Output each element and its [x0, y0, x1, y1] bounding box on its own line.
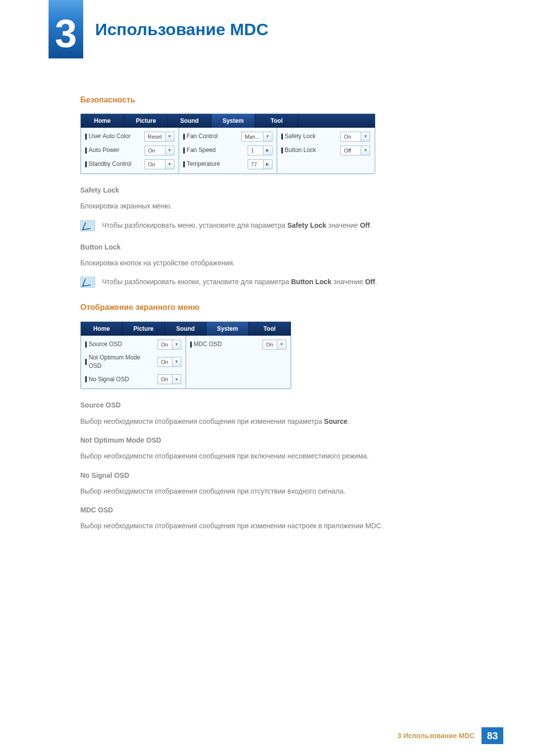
tabbar-osd: Home Picture Sound System Tool: [81, 322, 291, 336]
tab-home[interactable]: Home: [81, 322, 123, 336]
row-not-optimum-osd: Not Optimum Mode OSD On▼: [85, 353, 181, 371]
tab-home[interactable]: Home: [81, 114, 124, 128]
field-marker-icon: [190, 342, 192, 348]
heading-button-lock: Button Lock: [80, 242, 467, 252]
chevron-down-icon[interactable]: ▼: [172, 357, 181, 367]
tab-picture[interactable]: Picture: [123, 322, 165, 336]
note-button-lock-text: Чтобы разблокировать кнопки, установите …: [102, 277, 377, 287]
chevron-down-icon[interactable]: ▼: [165, 159, 174, 169]
heading-no-signal-osd: No Signal OSD: [80, 470, 467, 480]
chevron-down-icon[interactable]: ▼: [172, 374, 181, 384]
chevron-down-icon[interactable]: ▼: [361, 132, 370, 142]
row-temperature: Temperature 77▶: [183, 159, 272, 169]
label-no-signal-osd: No Signal OSD: [89, 375, 129, 384]
tab-system[interactable]: System: [207, 322, 249, 336]
security-col-2: Fan Control Man...▼ Fan Speed 1▶ Tempera…: [179, 128, 277, 174]
chevron-down-icon[interactable]: ▼: [165, 146, 174, 155]
page-footer: 3 Использование MDC 83: [397, 727, 503, 744]
row-user-auto-color: User Auto Color Reset▼: [85, 132, 174, 142]
chapter-badge: 3: [49, 0, 83, 58]
row-safety-lock: Safety Lock On▼: [281, 132, 371, 142]
field-marker-icon: [85, 161, 87, 167]
field-marker-icon: [85, 134, 87, 140]
note-button-lock: Чтобы разблокировать кнопки, установите …: [80, 277, 467, 288]
label-safety-lock: Safety Lock: [285, 132, 316, 141]
row-mdc-osd: MDC OSD On▼: [190, 340, 286, 350]
text-no-signal-osd: Выбор необходимости отображения сообщени…: [80, 486, 467, 496]
chevron-right-icon[interactable]: ▶: [264, 159, 272, 169]
label-mdc-osd: MDC OSD: [194, 340, 222, 349]
tabbar-security: Home Picture Sound System Tool: [81, 114, 375, 128]
row-fan-control: Fan Control Man...▼: [183, 132, 272, 142]
value-user-auto-color[interactable]: Reset: [144, 132, 165, 142]
tab-picture[interactable]: Picture: [124, 114, 168, 128]
heading-mdc-osd: MDC OSD: [80, 505, 467, 515]
text-not-optimum-osd: Выбор необходимости отображения сообщени…: [80, 451, 467, 461]
tab-tool[interactable]: Tool: [255, 114, 299, 128]
field-marker-icon: [281, 134, 283, 140]
label-source-osd: Source OSD: [89, 340, 122, 349]
heading-safety-lock: Safety Lock: [80, 185, 467, 195]
page-number: 83: [482, 727, 503, 744]
value-not-optimum-osd[interactable]: On: [158, 357, 172, 367]
row-auto-power: Auto Power On▼: [85, 146, 174, 155]
heading-source-osd: Source OSD: [80, 400, 467, 410]
text-safety-lock-body: Блокировка экранных меню.: [80, 201, 467, 211]
chevron-down-icon[interactable]: ▼: [264, 132, 272, 142]
note-safety-lock-text: Чтобы разблокировать меню, установите дл…: [102, 220, 372, 230]
value-no-signal-osd[interactable]: On: [158, 374, 172, 384]
row-standby-control: Standby Control On▼: [85, 159, 174, 169]
chevron-down-icon[interactable]: ▼: [361, 146, 370, 155]
value-fan-control[interactable]: Man...: [241, 132, 264, 142]
label-temperature: Temperature: [187, 160, 220, 168]
value-source-osd[interactable]: On: [158, 340, 172, 350]
field-marker-icon: [85, 148, 87, 153]
label-fan-speed: Fan Speed: [187, 146, 216, 154]
tab-tool[interactable]: Tool: [249, 322, 291, 336]
label-auto-power: Auto Power: [89, 146, 119, 154]
text-mdc-osd: Выбор необходимости отображения сообщени…: [80, 521, 467, 531]
field-marker-icon: [85, 359, 87, 365]
row-no-signal-osd: No Signal OSD On▼: [85, 374, 181, 384]
label-button-lock: Button Lock: [285, 146, 316, 154]
value-mdc-osd[interactable]: On: [263, 340, 277, 350]
note-safety-lock: Чтобы разблокировать меню, установите дл…: [80, 220, 467, 231]
value-safety-lock[interactable]: On: [340, 132, 361, 142]
value-fan-speed[interactable]: 1: [248, 146, 264, 155]
chapter-title: Использование MDC: [95, 20, 268, 39]
heading-security: Безопасность: [80, 94, 467, 105]
tab-system[interactable]: System: [212, 114, 255, 128]
value-temperature[interactable]: 77: [248, 159, 264, 169]
chevron-down-icon[interactable]: ▼: [165, 132, 174, 142]
label-standby-control: Standby Control: [89, 160, 131, 168]
panel-osd: Home Picture Sound System Tool Source OS…: [80, 321, 291, 390]
chevron-right-icon[interactable]: ▶: [264, 146, 272, 155]
text-button-lock-body: Блокировка кнопок на устройстве отображе…: [80, 258, 467, 268]
tab-sound[interactable]: Sound: [168, 114, 212, 128]
tab-sound[interactable]: Sound: [165, 322, 207, 336]
text-source-osd: Выбор необходимости отображения сообщени…: [80, 416, 467, 426]
value-standby-control[interactable]: On: [145, 159, 165, 169]
field-marker-icon: [183, 134, 185, 140]
chapter-number: 3: [49, 11, 83, 56]
field-marker-icon: [85, 376, 87, 382]
heading-osd: Отображение экранного меню: [80, 302, 467, 313]
security-col-1: User Auto Color Reset▼ Auto Power On▼ St…: [81, 128, 179, 174]
osd-col-right: MDC OSD On▼: [186, 336, 291, 389]
footer-text: 3 Использование MDC: [397, 732, 475, 740]
security-col-3: Safety Lock On▼ Button Lock Off▼: [277, 128, 375, 174]
row-fan-speed: Fan Speed 1▶: [183, 146, 272, 155]
chevron-down-icon[interactable]: ▼: [277, 340, 286, 350]
chevron-down-icon[interactable]: ▼: [172, 340, 181, 350]
row-source-osd: Source OSD On▼: [85, 340, 181, 350]
label-user-auto-color: User Auto Color: [89, 132, 131, 141]
note-icon: [80, 277, 95, 288]
value-button-lock[interactable]: Off: [340, 146, 361, 155]
field-marker-icon: [85, 342, 87, 348]
value-auto-power[interactable]: On: [145, 146, 165, 155]
heading-not-optimum-osd: Not Optimum Mode OSD: [80, 435, 467, 445]
osd-col-left: Source OSD On▼ Not Optimum Mode OSD On▼ …: [81, 336, 186, 389]
field-marker-icon: [281, 148, 283, 153]
field-marker-icon: [183, 148, 185, 153]
label-fan-control: Fan Control: [187, 132, 218, 141]
